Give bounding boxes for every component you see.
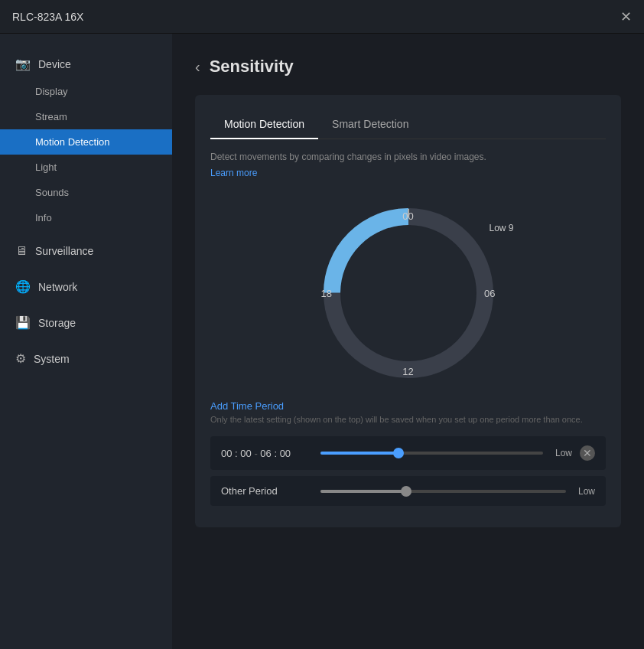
back-button[interactable]: ‹ [195, 59, 200, 74]
learn-more-link[interactable]: Learn more [210, 168, 257, 178]
other-slider-fill [320, 490, 406, 493]
sidebar-items-device: DisplayStreamMotion DetectionLightSounds… [0, 79, 172, 230]
surveillance-icon: 🖥 [15, 244, 28, 258]
app-title: RLC-823A 16X [12, 11, 83, 23]
sidebar-section-surveillance: 🖥Surveillance [0, 236, 172, 266]
sidebar-section-label-device: Device [38, 58, 71, 70]
sidebar-section-device: 📷DeviceDisplayStreamMotion DetectionLigh… [0, 49, 172, 230]
tab-bar: Motion Detection Smart Detection [210, 110, 606, 139]
storage-icon: 💾 [15, 315, 31, 330]
sidebar: 📷DeviceDisplayStreamMotion DetectionLigh… [0, 34, 172, 649]
page-title: Sensitivity [210, 57, 294, 77]
clock-container: 00 06 12 18 Low 9 [210, 201, 606, 385]
close-button[interactable]: ✕ [620, 10, 632, 24]
sidebar-item-light[interactable]: Light [0, 155, 172, 180]
settings-panel: Motion Detection Smart Detection Detect … [195, 95, 621, 527]
sidebar-section-label-storage: Storage [38, 317, 76, 329]
sidebar-section-label-network: Network [38, 281, 77, 293]
network-icon: 🌐 [15, 279, 31, 294]
end-time: 06 : 00 [260, 448, 291, 459]
sidebar-section-label-system: System [34, 353, 70, 365]
sidebar-section-header-network[interactable]: 🌐Network [0, 272, 172, 302]
sidebar-item-display[interactable]: Display [0, 79, 172, 104]
sidebar-item-info[interactable]: Info [0, 205, 172, 230]
app-body: 📷DeviceDisplayStreamMotion DetectionLigh… [0, 34, 644, 649]
tab-motion-detection[interactable]: Motion Detection [210, 110, 318, 139]
time-range-display: 00 : 00 - 06 : 00 [221, 448, 313, 459]
other-period-label: Other Period [221, 485, 313, 497]
period-note: Only the latest setting (shown on the to… [210, 415, 606, 424]
sensitivity-slider-track[interactable] [320, 452, 543, 455]
sidebar-item-motion-detection[interactable]: Motion Detection [0, 129, 172, 155]
sidebar-section-header-device[interactable]: 📷Device [0, 49, 172, 79]
sidebar-section-network: 🌐Network [0, 272, 172, 302]
other-period-row: Other Period Low [210, 476, 606, 506]
clock-dial: 00 06 12 18 Low 9 [317, 201, 500, 385]
titlebar: RLC-823A 16X ✕ [0, 0, 644, 34]
sidebar-section-storage: 💾Storage [0, 308, 172, 338]
sidebar-section-header-surveillance[interactable]: 🖥Surveillance [0, 236, 172, 266]
sidebar-item-stream[interactable]: Stream [0, 104, 172, 129]
remove-period-button[interactable]: ✕ [580, 445, 595, 461]
system-icon: ⚙ [15, 351, 26, 366]
tab-smart-detection[interactable]: Smart Detection [318, 110, 422, 139]
clock-label-12: 12 [402, 366, 413, 377]
main-content: ‹ Sensitivity Motion Detection Smart Det… [172, 34, 644, 649]
page-header: ‹ Sensitivity [195, 57, 621, 77]
other-sensitivity-slider-track[interactable] [320, 490, 566, 493]
add-time-period-link[interactable]: Add Time Period [210, 400, 606, 412]
sidebar-section-label-surveillance: Surveillance [35, 245, 93, 257]
sidebar-section-header-system[interactable]: ⚙System [0, 344, 172, 373]
clock-label-06: 06 [484, 288, 495, 299]
device-icon: 📷 [15, 57, 31, 71]
sidebar-item-sounds[interactable]: Sounds [0, 180, 172, 205]
time-period-row: 00 : 00 - 06 : 00 Low ✕ [210, 436, 606, 470]
clock-labels: 00 06 12 18 Low 9 [317, 201, 500, 385]
description-text: Detect movements by comparing changes in… [210, 152, 606, 162]
clock-label-18: 18 [321, 288, 332, 299]
start-time: 00 : 00 [221, 448, 252, 459]
clock-low-label: Low 9 [489, 223, 513, 233]
slider-fill [320, 452, 398, 455]
sensitivity-label: Low [551, 448, 572, 458]
sidebar-section-system: ⚙System [0, 344, 172, 373]
slider-thumb[interactable] [393, 448, 404, 458]
clock-label-00: 00 [402, 210, 413, 222]
sidebar-section-header-storage[interactable]: 💾Storage [0, 308, 172, 338]
other-slider-thumb[interactable] [401, 486, 411, 497]
other-sensitivity-label: Low [574, 486, 595, 497]
